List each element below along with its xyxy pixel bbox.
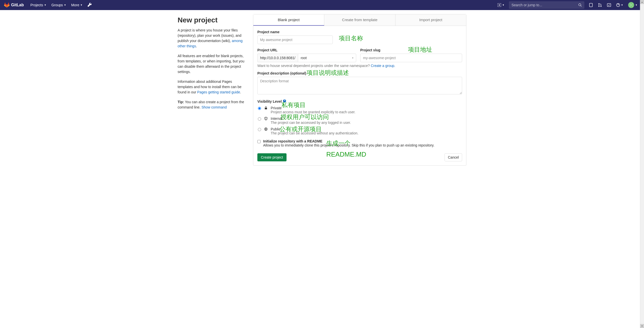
tab-create-from-template[interactable]: Create from template [324, 14, 395, 26]
svg-rect-10 [632, 4, 633, 5]
info-paragraph: All features are enabled for blank proje… [178, 53, 246, 75]
pages-guide-link[interactable]: Pages getting started guide [197, 90, 240, 94]
create-group-link[interactable]: Create a group. [371, 64, 395, 68]
project-type-tabs: Blank project Create from template Impor… [253, 14, 466, 26]
nav-groups[interactable]: Groups▼ [49, 0, 69, 10]
tab-blank-project[interactable]: Blank project [253, 14, 324, 26]
scroll-up-button[interactable]: ▴ [640, 0, 644, 4]
visibility-public-radio[interactable] [258, 128, 261, 131]
todos-icon[interactable] [605, 0, 614, 10]
search-icon [578, 3, 582, 7]
visibility-private-title: Private [271, 106, 462, 110]
cancel-button[interactable]: Cancel [445, 153, 462, 161]
initialize-readme-checkbox[interactable] [257, 140, 261, 143]
merge-requests-icon[interactable] [595, 0, 605, 10]
create-project-button[interactable]: Create project [257, 153, 287, 161]
info-paragraph: Information about additional Pages templ… [178, 79, 246, 95]
brand-text: GitLab [11, 3, 24, 7]
new-menu[interactable]: ▼ [495, 3, 507, 7]
svg-point-1 [579, 4, 581, 6]
svg-rect-9 [630, 4, 631, 5]
search-box[interactable] [509, 1, 584, 9]
issues-icon[interactable] [586, 0, 595, 10]
help-menu[interactable]: ▼ [614, 0, 626, 10]
svg-point-4 [599, 6, 599, 7]
tip-paragraph: Tip: You can also create a project from … [178, 99, 246, 110]
show-command-link[interactable]: Show command [202, 105, 227, 109]
project-slug-input[interactable] [360, 54, 462, 62]
svg-point-5 [601, 6, 601, 7]
avatar [628, 2, 634, 8]
visibility-internal-radio[interactable] [258, 117, 261, 121]
visibility-private-radio[interactable] [258, 107, 261, 110]
url-base-addon: http://10.0.0.158:8081/ [257, 54, 298, 62]
visibility-public-desc: The project can be accessed without any … [271, 131, 462, 135]
visibility-internal-title: Internal [271, 117, 462, 121]
chevron-down-icon: ▼ [621, 4, 623, 6]
visibility-public-title: Public [271, 127, 462, 131]
svg-rect-2 [589, 3, 592, 7]
info-paragraph: A project is where you house your files … [178, 28, 246, 49]
scrollbar[interactable]: ▴ ▾ [640, 0, 644, 170]
nav-projects[interactable]: Projects▼ [28, 0, 49, 10]
page-title: New project [178, 16, 246, 24]
search-input[interactable] [511, 3, 578, 7]
project-slug-label: Project slug [360, 48, 462, 52]
svg-rect-12 [630, 6, 631, 7]
svg-rect-15 [265, 108, 267, 109]
svg-rect-11 [631, 5, 632, 6]
main-form-panel: Blank project Create from template Impor… [253, 14, 466, 166]
side-info-panel: New project A project is where you house… [178, 14, 246, 166]
chevron-down-icon: ▼ [64, 4, 66, 6]
plus-box-icon [498, 3, 501, 7]
project-description-input[interactable] [257, 77, 462, 94]
chevron-down-icon: ▼ [635, 4, 637, 6]
tab-import-project[interactable]: Import project [395, 14, 466, 26]
top-navbar: GitLab Projects▼ Groups▼ More▼ ▼ ▼ ▼ [0, 0, 644, 10]
visibility-private-desc: Project access must be granted explicitl… [271, 110, 462, 114]
lock-icon [264, 106, 268, 110]
project-name-label: Project name [257, 30, 462, 34]
project-description-label: Project description (optional) [257, 71, 462, 75]
chevron-down-icon: ▾ [352, 57, 353, 59]
help-icon[interactable] [283, 99, 286, 103]
user-menu[interactable]: ▼ [626, 0, 640, 10]
namespace-select[interactable]: root ▾ [298, 54, 356, 62]
visibility-level-label: Visibility Level [257, 99, 462, 103]
shield-icon [264, 117, 268, 120]
gitlab-icon [4, 2, 10, 8]
chevron-down-icon: ▼ [502, 4, 504, 6]
chevron-down-icon: ▼ [80, 4, 83, 6]
chevron-down-icon: ▼ [44, 4, 46, 6]
gitlab-logo[interactable]: GitLab [4, 2, 24, 8]
initialize-readme-title: Initialize repository with a README [263, 139, 462, 143]
globe-icon [264, 127, 268, 131]
svg-rect-13 [632, 6, 633, 7]
project-url-label: Project URL [257, 48, 356, 52]
visibility-internal-desc: The project can be accessed by any logge… [271, 121, 462, 125]
admin-wrench-icon[interactable] [85, 3, 94, 8]
svg-point-3 [599, 4, 599, 4]
nav-more[interactable]: More▼ [69, 0, 85, 10]
project-name-input[interactable] [257, 35, 333, 44]
initialize-readme-desc: Allows you to immediately clone this pro… [263, 143, 462, 147]
namespace-help-text: Want to house several dependent projects… [257, 64, 462, 68]
